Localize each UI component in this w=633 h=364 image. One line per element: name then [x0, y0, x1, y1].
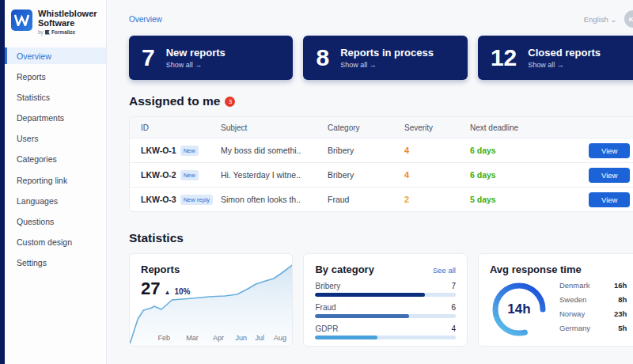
chevron-down-icon: ⌄	[610, 15, 616, 24]
reports-card-title: Reports	[141, 264, 281, 275]
reports-trend-card: Reports 27 ▲ 10%	[129, 253, 293, 347]
language-label: English	[584, 15, 608, 24]
category-value: 4	[451, 324, 456, 333]
country-value: 16h	[614, 281, 627, 290]
report-severity: 4	[404, 146, 470, 155]
legend-row: Norway 23h	[559, 309, 627, 318]
x-axis-label: Aug	[274, 334, 286, 342]
report-category: Bribery	[328, 170, 404, 180]
brand-byline: by Formalize	[38, 29, 97, 35]
closed-reports-card[interactable]: 12 Closed reports Show all →	[478, 36, 633, 80]
report-id: LKW-O-3	[141, 195, 176, 204]
x-axis-label: Mar	[186, 334, 199, 342]
reports-delta: 10%	[174, 287, 190, 296]
category-bar-fill	[315, 336, 377, 339]
category-bar-track	[315, 314, 455, 318]
country-value: 23h	[614, 309, 627, 318]
category-value: 7	[451, 282, 456, 290]
new-reports-show-all-link[interactable]: Show all →	[166, 61, 226, 69]
closed-reports-title: Closed reports	[528, 47, 601, 59]
new-reports-card[interactable]: 7 New reports Show all →	[129, 36, 293, 80]
category-bar-track	[315, 336, 455, 339]
by-category-title: By category	[315, 264, 373, 275]
table-row: LKW-O-1 New My boss did somethi.. Briber…	[130, 138, 633, 162]
column-header-category: Category	[328, 123, 404, 132]
arrow-right-icon: →	[557, 61, 564, 69]
category-bar-row: GDPR 4	[315, 324, 455, 339]
report-deadline: 6 days	[470, 146, 589, 155]
table-row: LKW-O-2 New Hi. Yesterday I witne.. Brib…	[130, 162, 633, 187]
category-bar-fill	[315, 293, 424, 297]
status-badge: New reply	[180, 195, 213, 205]
statistics-cards: Reports 27 ▲ 10%	[129, 253, 633, 347]
report-category: Bribery	[328, 146, 404, 155]
assigned-table: ID Subject Category Severity Next deadli…	[129, 116, 633, 212]
legend-row: Denmark 16h	[559, 281, 627, 290]
assigned-title: Assigned to me	[129, 94, 220, 108]
triangle-up-icon: ▲	[164, 289, 170, 296]
report-severity: 4	[404, 170, 470, 180]
x-axis-label: Feb	[157, 334, 170, 342]
report-id: LKW-O-1	[141, 146, 176, 155]
x-axis-label: Jul	[256, 334, 265, 342]
country-value: 8h	[618, 295, 627, 304]
language-selector[interactable]: English ⌄	[584, 15, 617, 24]
topbar: Overview English ⌄ KA	[129, 9, 633, 28]
formalize-flag-icon	[45, 30, 50, 35]
status-badge: New	[180, 146, 199, 156]
summary-cards: 7 New reports Show all → 8 Reports in pr…	[129, 36, 633, 80]
sidebar-item-categories[interactable]: Categories	[5, 151, 106, 168]
sidebar-nav: Overview Reports Statistics Departments …	[5, 47, 106, 271]
breadcrumb[interactable]: Overview	[129, 15, 162, 24]
country-label: Sweden	[559, 295, 586, 304]
category-bar-row: Bribery 7	[315, 282, 455, 297]
reports-in-process-show-all-link[interactable]: Show all →	[340, 61, 434, 69]
new-reports-title: New reports	[166, 47, 226, 59]
report-subject: Hi. Yesterday I witne..	[221, 170, 328, 180]
country-label: Germany	[559, 324, 590, 332]
report-severity: 2	[404, 195, 470, 204]
sidebar-item-reports[interactable]: Reports	[5, 68, 106, 85]
sidebar-item-users[interactable]: Users	[5, 131, 106, 147]
sidebar-item-statistics[interactable]: Statistics	[5, 89, 106, 105]
x-axis-label: Jun	[235, 334, 247, 342]
byline-text: by	[38, 29, 44, 35]
arrow-right-icon: →	[195, 61, 202, 69]
assigned-section-header: Assigned to me 3	[129, 94, 633, 108]
closed-reports-show-all-link[interactable]: Show all →	[528, 61, 601, 69]
avatar[interactable]: KA	[624, 10, 633, 28]
report-deadline: 6 days	[470, 170, 589, 180]
avg-response-time-card: Avg response time 14h	[478, 253, 633, 347]
x-axis-label: Apr	[213, 334, 224, 342]
sidebar-item-custom-design[interactable]: Custom design	[5, 234, 106, 251]
category-label: Fraud	[315, 303, 335, 312]
category-bar-fill	[315, 314, 408, 318]
reports-in-process-card[interactable]: 8 Reports in process Show all →	[303, 36, 467, 80]
statistics-title: Statistics	[129, 231, 633, 245]
report-category: Fraud	[328, 195, 404, 204]
view-button[interactable]: View	[589, 168, 630, 183]
category-bar-track	[315, 293, 455, 297]
sidebar-item-departments[interactable]: Departments	[5, 110, 106, 127]
view-button[interactable]: View	[589, 192, 630, 207]
response-donut: 14h	[490, 280, 548, 339]
country-label: Denmark	[559, 281, 590, 290]
app-name: Whistleblower Software by Formalize	[38, 9, 97, 35]
sidebar-item-overview[interactable]: Overview	[5, 47, 106, 64]
see-all-link[interactable]: See all	[433, 266, 456, 275]
app-name-line1: Whistleblower	[38, 9, 97, 19]
category-label: Bribery	[315, 282, 340, 290]
sidebar-item-settings[interactable]: Settings	[5, 255, 106, 271]
column-header-id: ID	[141, 123, 221, 132]
reports-in-process-count: 8	[316, 46, 329, 70]
status-badge: New	[180, 170, 199, 180]
sidebar-item-languages[interactable]: Languages	[5, 192, 106, 209]
main-content: Overview English ⌄ KA 7 New reports Show…	[107, 0, 633, 364]
sidebar-item-reporting-link[interactable]: Reporting link	[5, 172, 106, 188]
avg-response-value: 14h	[490, 280, 548, 339]
report-id: LKW-O-2	[141, 170, 176, 180]
view-button[interactable]: View	[589, 143, 630, 158]
topbar-right: English ⌄ KA	[584, 10, 633, 28]
sidebar-item-questions[interactable]: Questions	[5, 214, 106, 230]
reports-in-process-title: Reports in process	[340, 47, 434, 59]
